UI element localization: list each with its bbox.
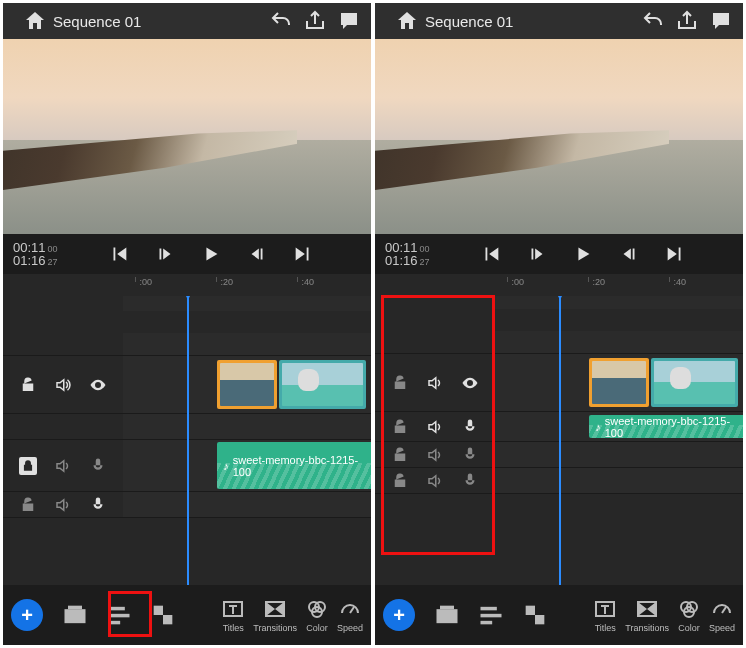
svg-rect-16 [526,606,535,615]
step-back-icon[interactable] [154,243,176,265]
video-track-body[interactable] [123,356,371,413]
step-forward-icon[interactable] [246,243,268,265]
undo-icon[interactable] [269,9,293,33]
editor-panel-left: Sequence 01 00:1100 01:1627 :00 :20 :40 [3,3,371,645]
timecode: 00:1100 01:1627 [13,241,58,267]
unlock-icon[interactable] [391,472,409,490]
sequence-title: Sequence 01 [425,13,631,30]
svg-rect-14 [481,614,502,618]
svg-rect-5 [154,606,163,615]
music-note-icon: ♪ [595,421,601,433]
speaker-icon[interactable] [426,446,444,464]
video-track-controls [3,356,123,413]
audio-clip-label: sweet-memory-bbc-1215-100 [233,454,371,478]
undo-icon[interactable] [641,9,665,33]
home-icon[interactable] [23,9,47,33]
editor-panel-right: Sequence 01 00:1100 01:1627 :00 :20 :40 [375,3,743,645]
svg-rect-17 [535,615,544,624]
color-tool[interactable]: Color [305,597,329,633]
video-clip-1[interactable] [217,360,277,409]
speaker-icon[interactable] [426,374,444,392]
audio-track-body[interactable]: ♪ sweet-memory-bbc-1215-100 [495,412,743,441]
go-end-icon[interactable] [664,243,686,265]
go-start-icon[interactable] [480,243,502,265]
video-clip-1[interactable] [589,358,649,407]
audio-clip[interactable]: ♪ sweet-memory-bbc-1215-100 [589,415,743,438]
svg-rect-3 [109,614,130,618]
add-media-button[interactable]: + [383,599,415,631]
svg-rect-4 [109,621,121,625]
audio-track-controls [3,440,123,491]
bottom-toolbar: + Titles Transitions Color Speed [375,585,743,645]
mic-icon[interactable] [461,472,479,490]
playhead[interactable] [187,296,189,585]
music-note-icon: ♪ [223,460,229,472]
speaker-icon[interactable] [54,496,72,514]
project-panel-icon[interactable] [61,601,89,629]
sequence-title: Sequence 01 [53,13,259,30]
lock-icon[interactable] [19,457,37,475]
eye-icon[interactable] [461,374,479,392]
speaker-icon[interactable] [426,472,444,490]
titles-tool[interactable]: Titles [593,597,617,633]
home-icon[interactable] [395,9,419,33]
speaker-icon[interactable] [426,418,444,436]
mic-icon[interactable] [461,446,479,464]
edit-panel-icon[interactable] [477,601,505,629]
go-end-icon[interactable] [292,243,314,265]
add-media-button[interactable]: + [11,599,43,631]
transport-bar: 00:1100 01:1627 [3,234,371,274]
svg-rect-2 [109,607,125,611]
timecode: 00:1100 01:1627 [385,241,430,267]
video-track-body[interactable] [495,354,743,411]
color-tool[interactable]: Color [677,597,701,633]
speed-tool[interactable]: Speed [709,597,735,633]
speaker-icon[interactable] [54,457,72,475]
transport-bar: 00:1100 01:1627 [375,234,743,274]
edit-panel-icon[interactable] [105,601,133,629]
unlock-icon[interactable] [391,374,409,392]
comment-icon[interactable] [709,9,733,33]
step-back-icon[interactable] [526,243,548,265]
track-expand-icon[interactable] [149,601,177,629]
share-icon[interactable] [303,9,327,33]
speaker-icon[interactable] [54,376,72,394]
time-ruler[interactable]: :00 :20 :40 [3,274,371,296]
go-start-icon[interactable] [108,243,130,265]
svg-rect-12 [440,606,454,610]
transitions-tool[interactable]: Transitions [625,597,669,633]
eye-icon[interactable] [89,376,107,394]
speed-tool[interactable]: Speed [337,597,363,633]
svg-rect-13 [481,607,497,611]
transitions-tool[interactable]: Transitions [253,597,297,633]
playhead[interactable] [559,296,561,585]
svg-rect-0 [65,609,86,623]
svg-rect-15 [481,621,493,625]
audio-clip-label: sweet-memory-bbc-1215-100 [605,415,743,438]
video-clip-2[interactable] [651,358,738,407]
video-preview[interactable] [375,39,743,234]
video-track-controls [375,354,495,411]
titles-tool[interactable]: Titles [221,597,245,633]
project-panel-icon[interactable] [433,601,461,629]
share-icon[interactable] [675,9,699,33]
mic-icon[interactable] [89,457,107,475]
track-expand-icon[interactable] [521,601,549,629]
play-icon[interactable] [200,243,222,265]
audio-track-body[interactable]: ♪ sweet-memory-bbc-1215-100 [123,440,371,491]
audio-clip[interactable]: ♪ sweet-memory-bbc-1215-100 [217,442,371,489]
play-icon[interactable] [572,243,594,265]
comment-icon[interactable] [337,9,361,33]
video-clip-2[interactable] [279,360,366,409]
mic-icon[interactable] [89,496,107,514]
svg-rect-6 [163,615,172,624]
time-ruler[interactable]: :00 :20 :40 [375,274,743,296]
unlock-icon[interactable] [19,496,37,514]
unlock-icon[interactable] [391,418,409,436]
mic-icon[interactable] [461,418,479,436]
svg-rect-1 [68,606,82,610]
video-preview[interactable] [3,39,371,234]
step-forward-icon[interactable] [618,243,640,265]
unlock-icon[interactable] [19,376,37,394]
unlock-icon[interactable] [391,446,409,464]
